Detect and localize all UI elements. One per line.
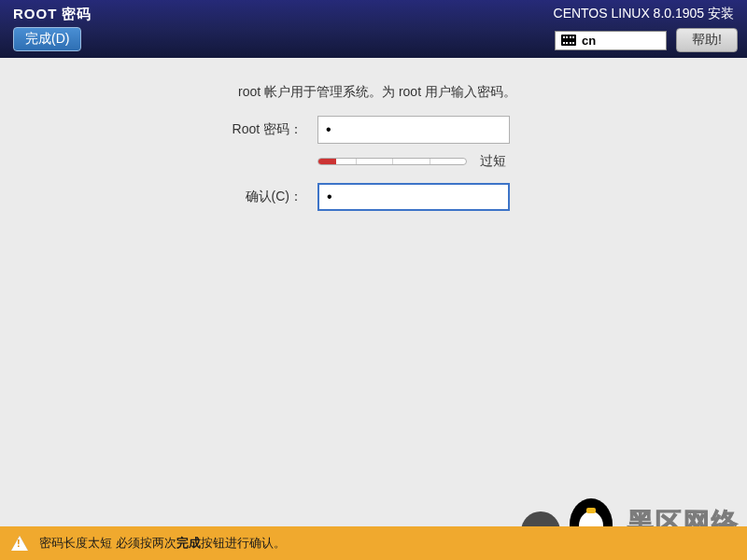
warning-message: 密码长度太短 必须按两次完成按钮进行确认。 bbox=[39, 535, 286, 552]
root-password-input[interactable] bbox=[317, 116, 510, 144]
password-strength-meter bbox=[317, 158, 467, 165]
password-row: Root 密码： bbox=[37, 116, 710, 144]
confirm-row: 确认(C)： bbox=[37, 183, 710, 211]
confirm-label: 确认(C)： bbox=[37, 189, 317, 205]
password-strength-label: 过短 bbox=[480, 153, 506, 170]
password-label: Root 密码： bbox=[37, 121, 317, 138]
header-controls: cn 帮助! bbox=[555, 28, 738, 52]
header-left: ROOT 密码 完成(D) bbox=[9, 6, 92, 52]
warning-bar: 密码长度太短 必须按两次完成按钮进行确认。 bbox=[0, 526, 747, 560]
main-content: root 帐户用于管理系统。为 root 用户输入密码。 Root 密码： 过短… bbox=[0, 58, 747, 211]
done-button[interactable]: 完成(D) bbox=[13, 27, 81, 51]
description-text: root 帐户用于管理系统。为 root 用户输入密码。 bbox=[238, 84, 710, 101]
keyboard-layout-label: cn bbox=[582, 34, 596, 48]
header-bar: ROOT 密码 完成(D) CENTOS LINUX 8.0.1905 安装 c… bbox=[0, 0, 747, 58]
header-right: CENTOS LINUX 8.0.1905 安装 cn 帮助! bbox=[554, 6, 738, 52]
page-title: ROOT 密码 bbox=[13, 6, 92, 23]
confirm-password-input[interactable] bbox=[317, 183, 510, 211]
installer-title: CENTOS LINUX 8.0.1905 安装 bbox=[554, 6, 734, 22]
help-button[interactable]: 帮助! bbox=[676, 28, 738, 52]
warning-icon bbox=[11, 536, 28, 551]
keyboard-layout-selector[interactable]: cn bbox=[555, 31, 667, 50]
password-strength-row: 过短 bbox=[317, 153, 710, 170]
keyboard-icon bbox=[561, 35, 576, 46]
